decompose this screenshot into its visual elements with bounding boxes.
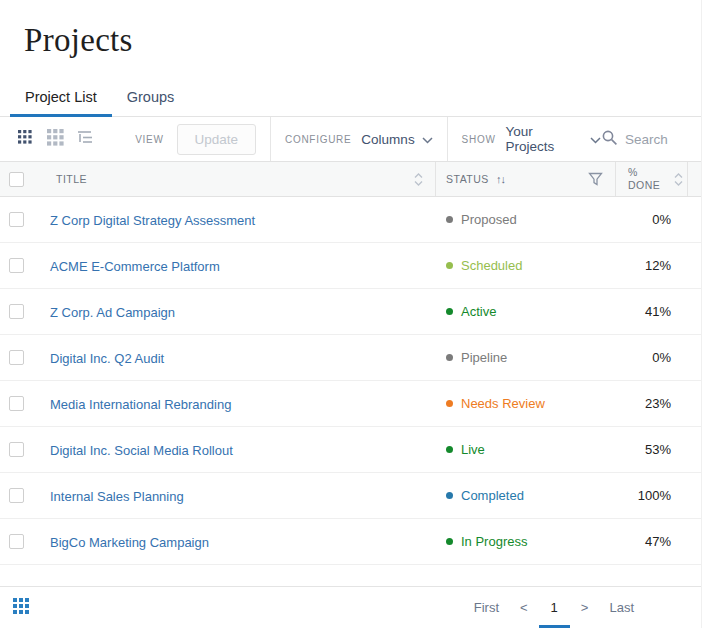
status-dot	[446, 354, 453, 361]
table-row: Media International Rebranding Needs Rev…	[0, 381, 701, 427]
project-link[interactable]: ACME E-Commerce Platform	[50, 259, 220, 274]
percent-done: 0%	[616, 212, 687, 227]
page-title: Projects	[24, 22, 701, 59]
update-button[interactable]: Update	[177, 124, 257, 155]
row-checkbox[interactable]	[9, 396, 24, 411]
table-header: TITLE STATUS ↑↓ % DONE	[0, 161, 701, 197]
status-dot	[446, 216, 453, 223]
status-dot	[446, 308, 453, 315]
table-row: BigCo Marketing Campaign In Progress 47%	[0, 519, 701, 565]
hierarchy-view-button[interactable]	[73, 127, 98, 151]
header-gutter	[687, 162, 701, 196]
columns-dropdown-label: Columns	[361, 132, 414, 147]
table-row: Digital Inc. Q2 Audit Pipeline 0%	[0, 335, 701, 381]
sort-chevrons-icon[interactable]	[414, 172, 423, 187]
pagination-prev[interactable]: <	[520, 600, 528, 615]
percent-done: 0%	[616, 350, 687, 365]
status-dot	[446, 262, 453, 269]
sort-arrows-icon[interactable]: ↑↓	[496, 173, 505, 185]
pagination: First < 1 > Last	[474, 600, 634, 615]
configure-label: CONFIGURE	[285, 134, 351, 145]
chevron-down-icon	[590, 132, 601, 147]
row-checkbox[interactable]	[9, 442, 24, 457]
list-grid-icon	[17, 129, 33, 149]
search-input[interactable]	[625, 132, 689, 147]
projects-page: Projects Project List Groups	[0, 0, 702, 628]
status-label: Active	[461, 304, 496, 319]
percent-done: 47%	[616, 534, 687, 549]
your-projects-dropdown-label: Your Projects	[506, 124, 583, 154]
select-all-checkbox[interactable]	[9, 172, 24, 187]
project-link[interactable]: Z Corp. Ad Campaign	[50, 305, 175, 320]
row-checkbox[interactable]	[9, 304, 24, 319]
project-link[interactable]: Digital Inc. Q2 Audit	[50, 351, 164, 366]
percent-done: 23%	[616, 396, 687, 411]
table-row: Internal Sales Planning Completed 100%	[0, 473, 701, 519]
table-row: Z Corp Digital Strategy Assessment Propo…	[0, 197, 701, 243]
table-footer: First < 1 > Last	[0, 586, 701, 628]
pagination-last[interactable]: Last	[609, 600, 634, 615]
row-checkbox[interactable]	[9, 350, 24, 365]
your-projects-dropdown[interactable]: Your Projects	[506, 124, 601, 154]
row-checkbox[interactable]	[9, 534, 24, 549]
tab-project-list[interactable]: Project List	[10, 79, 112, 117]
done-column-label: % DONE	[628, 166, 664, 192]
pagination-next[interactable]: >	[581, 600, 589, 615]
status-label: Pipeline	[461, 350, 507, 365]
tab-bar: Project List Groups	[0, 79, 701, 117]
status-label: Live	[461, 442, 485, 457]
table-row: Digital Inc. Social Media Rollout Live 5…	[0, 427, 701, 473]
percent-done: 41%	[616, 304, 687, 319]
status-dot	[446, 538, 453, 545]
status-label: Scheduled	[461, 258, 522, 273]
status-dot	[446, 446, 453, 453]
toolbar-divider	[270, 117, 271, 161]
project-link[interactable]: Z Corp Digital Strategy Assessment	[50, 213, 255, 228]
status-label: Needs Review	[461, 396, 545, 411]
table-row: ACME E-Commerce Platform Scheduled 12%	[0, 243, 701, 289]
list-view-button[interactable]	[12, 127, 37, 151]
search-box	[601, 129, 689, 150]
project-table-body: Z Corp Digital Strategy Assessment Propo…	[0, 197, 701, 565]
show-label: SHOW	[462, 134, 496, 145]
column-header-title[interactable]: TITLE	[40, 162, 436, 196]
status-label: In Progress	[461, 534, 527, 549]
toolbar-divider	[447, 117, 448, 161]
status-dot	[446, 492, 453, 499]
percent-done: 53%	[616, 442, 687, 457]
filter-funnel-icon[interactable]	[588, 172, 603, 186]
sort-chevrons-icon[interactable]	[674, 172, 683, 187]
status-column-label: STATUS	[446, 173, 489, 185]
toolbar: VIEW Update CONFIGURE Columns SHOW Your …	[0, 117, 701, 161]
tab-groups[interactable]: Groups	[112, 79, 190, 117]
project-link[interactable]: Digital Inc. Social Media Rollout	[50, 443, 233, 458]
percent-done: 100%	[616, 488, 687, 503]
title-column-label: TITLE	[56, 173, 87, 185]
grid-view-toggle-button[interactable]	[12, 597, 30, 619]
card-grid-icon	[47, 129, 64, 150]
project-link[interactable]: BigCo Marketing Campaign	[50, 535, 209, 550]
status-label: Completed	[461, 488, 524, 503]
column-header-done[interactable]: % DONE	[616, 162, 687, 196]
percent-done: 12%	[616, 258, 687, 273]
project-link[interactable]: Internal Sales Planning	[50, 489, 184, 504]
card-view-button[interactable]	[42, 127, 67, 151]
table-row: Z Corp. Ad Campaign Active 41%	[0, 289, 701, 335]
pagination-current-page[interactable]: 1	[549, 600, 560, 615]
column-header-status[interactable]: STATUS ↑↓	[436, 162, 616, 196]
search-icon	[601, 129, 618, 150]
blue-grid-icon	[12, 597, 30, 619]
columns-dropdown[interactable]: Columns	[361, 132, 432, 147]
row-checkbox[interactable]	[9, 488, 24, 503]
row-checkbox[interactable]	[9, 258, 24, 273]
project-link[interactable]: Media International Rebranding	[50, 397, 231, 412]
status-label: Proposed	[461, 212, 517, 227]
hierarchy-icon	[76, 129, 94, 149]
view-label: VIEW	[135, 134, 163, 145]
row-checkbox[interactable]	[9, 212, 24, 227]
header-checkbox-cell	[0, 162, 40, 196]
chevron-down-icon	[422, 132, 433, 147]
status-dot	[446, 400, 453, 407]
pagination-first[interactable]: First	[474, 600, 499, 615]
